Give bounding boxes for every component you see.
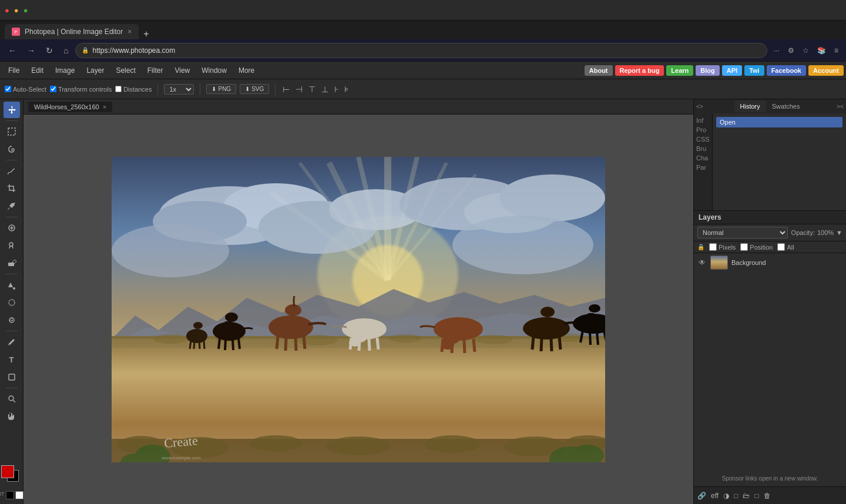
window-maximize-btn[interactable]: ● xyxy=(24,6,28,15)
address-bar[interactable]: 🔒 https://www.photopea.com xyxy=(75,43,767,58)
collapse-right-btn[interactable]: >< xyxy=(837,103,844,110)
bru-label[interactable]: Bru xyxy=(694,144,712,153)
folder-btn[interactable]: 🗁 xyxy=(743,492,750,500)
lasso-tool-btn[interactable] xyxy=(4,141,20,157)
collapse-left-btn[interactable]: <> xyxy=(696,103,703,110)
cha-label[interactable]: Cha xyxy=(694,153,712,163)
adjustment-layer-btn[interactable]: □ xyxy=(734,492,738,500)
new-layer-btn[interactable]: □ xyxy=(754,492,758,500)
menu-view[interactable]: View xyxy=(169,64,196,77)
history-item-open[interactable]: Open xyxy=(716,117,842,127)
bookmark-btn[interactable]: ☆ xyxy=(800,45,812,56)
home-btn[interactable]: ⌂ xyxy=(60,45,72,56)
window-close-btn[interactable]: ● xyxy=(5,6,9,15)
pro-label[interactable]: Pro xyxy=(694,125,712,135)
color-white-swatch[interactable] xyxy=(15,491,24,499)
png-export-btn[interactable]: ⬇ PNG xyxy=(206,84,236,94)
dodge-tool-btn[interactable] xyxy=(4,312,20,328)
move-tool-btn[interactable] xyxy=(4,102,20,118)
lock-all-checkbox[interactable] xyxy=(777,243,785,251)
stamp-tool-btn[interactable] xyxy=(4,237,20,254)
shape-tool-btn[interactable] xyxy=(4,369,20,385)
distribute-icon[interactable]: ⊧ xyxy=(343,83,350,95)
align-top-icon[interactable]: ⊥ xyxy=(320,83,330,95)
align-left-icon[interactable]: ⊢ xyxy=(281,83,291,95)
menu-image[interactable]: Image xyxy=(49,64,80,77)
blur-tool-btn[interactable] xyxy=(4,294,20,311)
report-bug-btn[interactable]: Report a bug xyxy=(615,65,664,76)
menu-edit[interactable]: Edit xyxy=(25,64,49,77)
history-tab[interactable]: History xyxy=(734,100,766,112)
back-btn[interactable]: ← xyxy=(5,45,20,56)
lock-all-label[interactable]: All xyxy=(777,243,794,251)
color-black-swatch[interactable] xyxy=(6,491,14,499)
lock-position-label[interactable]: Position xyxy=(740,243,773,251)
par-label[interactable]: Par xyxy=(694,163,712,172)
about-btn[interactable]: About xyxy=(585,65,613,76)
new-tab-btn[interactable]: + xyxy=(139,29,153,39)
api-btn[interactable]: API xyxy=(722,65,742,76)
paint-bucket-tool-btn[interactable] xyxy=(4,277,20,293)
forward-btn[interactable]: → xyxy=(24,45,39,56)
lock-pixels-checkbox[interactable] xyxy=(709,243,717,251)
menu-window[interactable]: Window xyxy=(196,64,233,77)
canvas-viewport[interactable]: Create www.example.com xyxy=(24,115,693,504)
fb-btn[interactable]: Facebook xyxy=(767,65,806,76)
rect-select-tool-btn[interactable] xyxy=(4,123,20,140)
tab-close-btn[interactable]: × xyxy=(127,28,132,36)
transform-label[interactable]: Transform controls xyxy=(50,86,112,93)
menu-file[interactable]: File xyxy=(2,64,25,77)
menu-filter[interactable]: Filter xyxy=(142,64,169,77)
text-tool-btn[interactable]: T xyxy=(4,351,20,368)
zoom-select[interactable]: 1x 2x 0.5x xyxy=(164,84,194,95)
inf-label[interactable]: Inf xyxy=(694,116,712,125)
align-bottom-icon[interactable]: ⊦ xyxy=(333,83,340,95)
swatches-tab[interactable]: Swatches xyxy=(766,100,806,112)
svg-export-btn[interactable]: ⬇ SVG xyxy=(240,84,269,94)
zoom-tool-btn[interactable] xyxy=(4,391,20,407)
canvas-tab-close-btn[interactable]: × xyxy=(103,103,106,110)
blend-mode-select[interactable]: Normal Multiply Screen Overlay xyxy=(697,227,788,238)
align-center-h-icon[interactable]: ⊣ xyxy=(294,83,304,95)
extensions-btn[interactable]: ⚙ xyxy=(785,45,797,56)
foreground-color-swatch[interactable] xyxy=(1,465,14,478)
brush-tool-btn[interactable] xyxy=(4,163,20,179)
autoselect-label[interactable]: Auto-Select xyxy=(5,86,46,93)
pen-tool-btn[interactable] xyxy=(4,334,20,350)
heal-tool-btn[interactable] xyxy=(4,220,20,236)
library-btn[interactable]: 📚 xyxy=(814,45,829,56)
layer-item-background[interactable]: 👁 xyxy=(694,253,846,272)
learn-btn[interactable]: Learn xyxy=(666,65,693,76)
effects-btn[interactable]: eff xyxy=(711,492,719,500)
active-browser-tab[interactable]: P Photopea | Online Image Editor × xyxy=(5,24,139,39)
lock-position-checkbox[interactable] xyxy=(740,243,748,251)
menu-btn[interactable]: ≡ xyxy=(831,45,841,56)
reload-btn[interactable]: ↻ xyxy=(42,45,56,56)
css-label[interactable]: CSS xyxy=(694,135,712,144)
layer-mask-btn[interactable]: ◑ xyxy=(723,492,729,500)
layer-visibility-btn[interactable]: 👁 xyxy=(697,258,707,267)
blog-btn[interactable]: Blog xyxy=(696,65,719,76)
account-btn[interactable]: Account xyxy=(808,65,844,76)
align-right-icon[interactable]: ⊤ xyxy=(307,83,317,95)
transform-checkbox[interactable] xyxy=(50,86,56,92)
opacity-arrow-icon[interactable]: ▼ xyxy=(836,229,842,236)
menu-more[interactable]: More xyxy=(233,64,260,77)
link-layers-btn[interactable]: 🔗 xyxy=(697,492,706,500)
delete-layer-btn[interactable]: 🗑 xyxy=(764,492,771,500)
more-options-btn[interactable]: ··· xyxy=(771,45,783,56)
lock-pixels-label[interactable]: Pixels xyxy=(709,243,736,251)
distances-checkbox[interactable] xyxy=(115,86,122,92)
svg-point-92 xyxy=(250,435,303,452)
distances-label[interactable]: Distances xyxy=(115,86,152,93)
menu-select[interactable]: Select xyxy=(110,64,141,77)
window-minimize-btn[interactable]: ● xyxy=(14,6,19,15)
eraser-tool-btn[interactable] xyxy=(4,255,20,271)
hand-tool-btn[interactable] xyxy=(4,408,20,425)
eyedropper-tool-btn[interactable] xyxy=(4,198,20,214)
crop-tool-btn[interactable] xyxy=(4,180,20,197)
canvas-tab-item[interactable]: WildHorses_2560x160 × xyxy=(28,102,112,112)
autoselect-checkbox[interactable] xyxy=(5,86,11,92)
twi-btn[interactable]: Twi xyxy=(744,65,764,76)
menu-layer[interactable]: Layer xyxy=(80,64,110,77)
